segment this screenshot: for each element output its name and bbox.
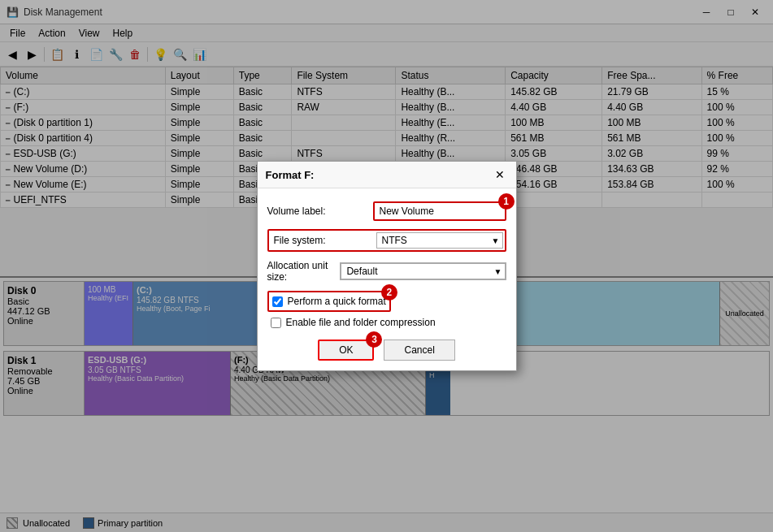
modal-close-button[interactable]: ✕ <box>492 167 508 183</box>
ok-wrap: OK 3 <box>318 340 374 361</box>
badge-2: 2 <box>381 284 397 301</box>
filesystem-row: File system: NTFS FAT32 exFAT FAT ▼ <box>267 229 506 252</box>
modal-overlay: Format F: ✕ Volume label: 1 File system:… <box>0 0 773 532</box>
compress-checkbox[interactable] <box>271 318 281 328</box>
filesystem-select[interactable]: NTFS FAT32 exFAT FAT <box>376 232 503 249</box>
format-dialog: Format F: ✕ Volume label: 1 File system:… <box>257 161 517 371</box>
alloc-label: Allocation unit size: <box>267 260 341 283</box>
alloc-select[interactable]: Default 512 1024 2048 4096 <box>341 263 505 279</box>
quick-format-row: Perform a quick format 2 <box>267 291 391 312</box>
volume-label-input[interactable] <box>373 201 506 221</box>
modal-title: Format F: <box>266 169 315 181</box>
volume-label-row: Volume label: 1 <box>267 201 506 221</box>
badge-3: 3 <box>366 331 382 348</box>
filesystem-label: File system: <box>271 235 376 246</box>
quick-format-label: Perform a quick format <box>288 296 386 307</box>
volume-label-text: Volume label: <box>267 205 373 217</box>
button-row: OK 3 Cancel <box>267 340 506 361</box>
filesystem-control: NTFS FAT32 exFAT FAT ▼ <box>376 232 503 249</box>
alloc-row: Allocation unit size: Default 512 1024 2… <box>267 260 506 283</box>
compress-row: Enable file and folder compression <box>267 317 506 328</box>
modal-body: Volume label: 1 File system: NTFS FAT32 … <box>258 188 516 370</box>
volume-label-control: 1 <box>373 201 506 221</box>
badge-1: 1 <box>498 193 515 210</box>
cancel-button[interactable]: Cancel <box>384 340 454 361</box>
quick-format-checkbox[interactable] <box>272 296 283 307</box>
compress-label: Enable file and folder compression <box>286 317 436 328</box>
modal-title-bar: Format F: ✕ <box>258 162 516 188</box>
alloc-control: Default 512 1024 2048 4096 ▼ <box>340 262 506 280</box>
